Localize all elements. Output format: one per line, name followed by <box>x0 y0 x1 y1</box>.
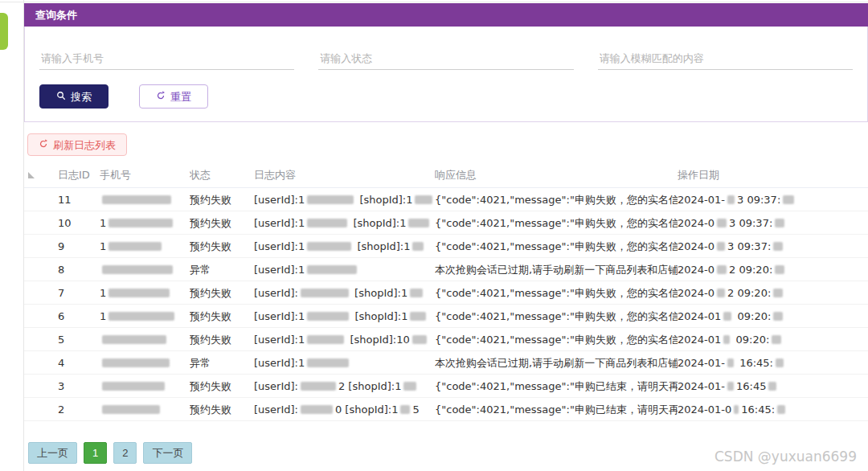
cell-resp: {"code":4021,"message":"申购已结束，请明天再来"} <box>435 375 678 397</box>
table-row[interactable]: 2预约失败[userId]:0 [shopId]:15{"code":4021,… <box>24 398 868 421</box>
column-header-response: 响应信息 <box>435 162 678 187</box>
status-input[interactable] <box>318 47 573 70</box>
pagination: 上一页 1 2 下一页 <box>28 442 192 464</box>
cell-phone <box>100 375 190 397</box>
cell-date: 2024-02 09:20: <box>678 281 868 304</box>
redacted-text <box>773 242 783 251</box>
cell-date: 2024-03 09:37: <box>678 235 868 257</box>
table-row[interactable]: 4异常[userId]:1本次抢购会话已过期,请手动刷新一下商品列表和店铺...… <box>24 351 868 375</box>
redacted-text <box>717 265 727 274</box>
row-expand-cell <box>24 211 58 234</box>
redacted-text <box>768 382 776 391</box>
redacted-text <box>307 219 347 227</box>
column-header-log-id: 日志ID <box>58 162 100 187</box>
log-table-body: 11预约失败[userId]:1 [shopId]:1{"code":4021,… <box>24 188 868 421</box>
table-row[interactable]: 5预约失败[userId]:1 [shopId]:10{"code":4021,… <box>24 328 868 351</box>
search-icon <box>56 91 66 102</box>
sidebar-toggle[interactable] <box>0 13 8 50</box>
fuzzy-content-input[interactable] <box>598 47 853 70</box>
redacted-text <box>307 358 349 367</box>
cell-phone <box>100 188 190 211</box>
redacted-text <box>412 242 424 251</box>
refresh-icon <box>39 139 48 150</box>
redacted-text <box>400 405 410 414</box>
cell-phone <box>100 258 190 281</box>
expand-all-icon <box>28 172 35 178</box>
table-row[interactable]: 71预约失败[userId]: [shopId]:1{"code":4021,"… <box>24 281 868 305</box>
redacted-text <box>301 405 333 414</box>
column-header-date: 操作日期 <box>678 162 868 187</box>
expand-all-cell[interactable] <box>24 162 58 187</box>
reset-button-label: 重置 <box>170 92 191 102</box>
redacted-text <box>723 312 731 321</box>
cell-status: 预约失败 <box>190 305 254 327</box>
redacted-text <box>777 405 785 414</box>
redacted-text <box>717 219 727 227</box>
cell-date: 2024-01- 16:45: <box>678 351 868 374</box>
cell-date: 2024-01-16:45 <box>678 375 868 397</box>
redacted-text <box>410 289 423 297</box>
redacted-text <box>102 358 170 367</box>
redacted-text <box>776 358 784 367</box>
redacted-text <box>307 265 357 274</box>
table-row[interactable]: 101预约失败[userId]:1 [shopId]:1{"code":4021… <box>24 211 868 235</box>
redacted-text <box>410 312 426 321</box>
column-header-phone: 手机号 <box>100 162 190 187</box>
redacted-text <box>307 312 349 321</box>
cell-phone <box>100 398 190 420</box>
cell-phone <box>100 351 190 374</box>
cell-status: 预约失败 <box>190 398 254 420</box>
query-panel-header: 查询条件 <box>24 3 868 27</box>
cell-phone: 1 <box>100 211 190 234</box>
cell-phone <box>100 328 190 350</box>
cell-status: 预约失败 <box>190 328 254 350</box>
cell-phone: 1 <box>100 235 190 257</box>
redacted-text <box>108 242 162 251</box>
reset-button[interactable]: 重置 <box>139 84 208 109</box>
reset-icon <box>156 91 166 102</box>
cell-date: 2024-03 09:37: <box>678 211 868 234</box>
cell-log: [userId]:1 <box>254 258 435 281</box>
row-expand-cell <box>24 258 58 281</box>
table-row[interactable]: 3预约失败[userId]:2 [shopId]:1{"code":4021,"… <box>24 375 868 398</box>
page-top-divider <box>0 2 868 2</box>
table-row[interactable]: 61预约失败[userId]:1 [shopId]:1{"code":4021,… <box>24 305 868 328</box>
cell-status: 预约失败 <box>190 281 254 304</box>
cell-resp: {"code":4021,"message":"申购失败，您的实名信息... <box>435 305 678 327</box>
prev-page-button[interactable]: 上一页 <box>28 442 77 464</box>
page-button-2[interactable]: 2 <box>113 442 137 464</box>
cell-resp: {"code":4021,"message":"申购失败，您的实名信息... <box>435 235 678 257</box>
column-header-status: 状态 <box>190 162 254 187</box>
search-button[interactable]: 搜索 <box>39 84 108 109</box>
watermark: CSDN @yuxuan6699 <box>714 448 857 465</box>
cell-resp: {"code":4021,"message":"申购失败，您的实名信息... <box>435 188 678 211</box>
log-table: 日志ID 手机号 状态 日志内容 响应信息 操作日期 11预约失败[userId… <box>24 162 868 421</box>
redacted-text <box>727 195 735 204</box>
redacted-text <box>108 219 173 227</box>
cell-date: 2024-02 09:20: <box>678 258 868 281</box>
table-row[interactable]: 11预约失败[userId]:1 [shopId]:1{"code":4021,… <box>24 188 868 211</box>
cell-date: 2024-01-016:45: <box>678 398 868 420</box>
next-page-button[interactable]: 下一页 <box>143 442 192 464</box>
refresh-log-list-button[interactable]: 刷新日志列表 <box>27 133 127 156</box>
table-row[interactable]: 91预约失败[userId]:1 [shopId]:1{"code":4021,… <box>24 235 868 258</box>
page-button-1[interactable]: 1 <box>84 442 107 464</box>
redacted-text <box>783 195 794 204</box>
table-row[interactable]: 8异常[userId]:1本次抢购会话已过期,请手动刷新一下商品列表和店铺...… <box>24 258 868 281</box>
cell-status: 预约失败 <box>190 211 254 234</box>
row-expand-cell <box>24 188 58 211</box>
cell-status: 预约失败 <box>190 235 254 257</box>
redacted-text <box>773 289 783 297</box>
column-header-log-content: 日志内容 <box>254 162 435 187</box>
cell-resp: 本次抢购会话已过期,请手动刷新一下商品列表和店铺... <box>435 351 678 374</box>
cell-phone: 1 <box>100 281 190 304</box>
row-expand-cell <box>24 328 58 350</box>
redacted-text <box>412 335 427 344</box>
cell-status: 异常 <box>190 351 254 374</box>
redacted-text <box>717 242 725 251</box>
redacted-text <box>734 405 739 414</box>
cell-date: 2024-01-3 09:37: <box>678 188 868 211</box>
row-expand-cell <box>24 351 58 374</box>
phone-input[interactable] <box>39 47 294 70</box>
cell-id: 10 <box>58 211 100 234</box>
